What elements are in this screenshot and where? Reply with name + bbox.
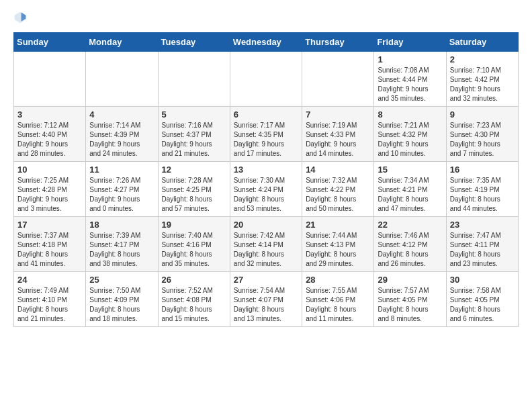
day-number: 17	[17, 220, 82, 230]
calendar-cell: 8Sunrise: 7:21 AM Sunset: 4:32 PM Daylig…	[374, 107, 446, 162]
calendar-week-5: 24Sunrise: 7:49 AM Sunset: 4:10 PM Dayli…	[14, 272, 519, 327]
day-info: Sunrise: 7:35 AM Sunset: 4:19 PM Dayligh…	[450, 176, 515, 214]
calendar-table: SundayMondayTuesdayWednesdayThursdayFrid…	[13, 32, 519, 327]
calendar-cell	[14, 52, 86, 107]
calendar-week-1: 1Sunrise: 7:08 AM Sunset: 4:44 PM Daylig…	[14, 52, 519, 107]
day-info: Sunrise: 7:32 AM Sunset: 4:22 PM Dayligh…	[306, 176, 370, 214]
calendar-cell: 4Sunrise: 7:14 AM Sunset: 4:39 PM Daylig…	[86, 107, 158, 162]
calendar-cell: 10Sunrise: 7:25 AM Sunset: 4:28 PM Dayli…	[14, 162, 86, 217]
day-info: Sunrise: 7:30 AM Sunset: 4:24 PM Dayligh…	[234, 176, 298, 214]
calendar-cell: 12Sunrise: 7:28 AM Sunset: 4:25 PM Dayli…	[158, 162, 230, 217]
day-info: Sunrise: 7:19 AM Sunset: 4:33 PM Dayligh…	[306, 121, 370, 158]
day-number: 11	[89, 165, 154, 175]
day-info: Sunrise: 7:16 AM Sunset: 4:37 PM Dayligh…	[162, 121, 226, 158]
day-info: Sunrise: 7:25 AM Sunset: 4:28 PM Dayligh…	[17, 176, 82, 214]
calendar-cell: 30Sunrise: 7:58 AM Sunset: 4:05 PM Dayli…	[446, 272, 518, 327]
calendar-cell	[302, 52, 374, 107]
day-info: Sunrise: 7:08 AM Sunset: 4:44 PM Dayligh…	[378, 66, 442, 103]
calendar-cell: 7Sunrise: 7:19 AM Sunset: 4:33 PM Daylig…	[302, 107, 374, 162]
weekday-header-saturday: Saturday	[446, 33, 518, 52]
day-info: Sunrise: 7:28 AM Sunset: 4:25 PM Dayligh…	[162, 176, 226, 214]
weekday-header-tuesday: Tuesday	[158, 33, 230, 52]
weekday-header-monday: Monday	[86, 33, 158, 52]
day-number: 26	[162, 275, 226, 285]
day-info: Sunrise: 7:58 AM Sunset: 4:05 PM Dayligh…	[450, 286, 515, 324]
day-number: 14	[306, 165, 370, 175]
calendar-cell: 2Sunrise: 7:10 AM Sunset: 4:42 PM Daylig…	[446, 52, 518, 107]
calendar-cell: 14Sunrise: 7:32 AM Sunset: 4:22 PM Dayli…	[302, 162, 374, 217]
calendar-cell: 24Sunrise: 7:49 AM Sunset: 4:10 PM Dayli…	[14, 272, 86, 327]
day-number: 16	[450, 165, 515, 175]
calendar-cell: 13Sunrise: 7:30 AM Sunset: 4:24 PM Dayli…	[230, 162, 302, 217]
calendar-cell: 27Sunrise: 7:54 AM Sunset: 4:07 PM Dayli…	[230, 272, 302, 327]
day-info: Sunrise: 7:52 AM Sunset: 4:08 PM Dayligh…	[162, 286, 226, 324]
day-info: Sunrise: 7:42 AM Sunset: 4:14 PM Dayligh…	[234, 231, 298, 269]
weekday-header-friday: Friday	[374, 33, 446, 52]
day-info: Sunrise: 7:55 AM Sunset: 4:06 PM Dayligh…	[306, 286, 370, 324]
day-number: 25	[89, 275, 154, 285]
calendar-cell	[86, 52, 158, 107]
day-info: Sunrise: 7:44 AM Sunset: 4:13 PM Dayligh…	[306, 231, 370, 269]
calendar-header-row: SundayMondayTuesdayWednesdayThursdayFrid…	[14, 33, 519, 52]
page-header	[13, 11, 519, 24]
calendar-cell: 22Sunrise: 7:46 AM Sunset: 4:12 PM Dayli…	[374, 217, 446, 272]
day-info: Sunrise: 7:47 AM Sunset: 4:11 PM Dayligh…	[450, 231, 515, 269]
calendar-cell: 5Sunrise: 7:16 AM Sunset: 4:37 PM Daylig…	[158, 107, 230, 162]
calendar-cell: 15Sunrise: 7:34 AM Sunset: 4:21 PM Dayli…	[374, 162, 446, 217]
day-info: Sunrise: 7:39 AM Sunset: 4:17 PM Dayligh…	[89, 231, 154, 269]
day-info: Sunrise: 7:10 AM Sunset: 4:42 PM Dayligh…	[450, 66, 515, 103]
day-info: Sunrise: 7:49 AM Sunset: 4:10 PM Dayligh…	[17, 286, 82, 324]
day-number: 9	[450, 109, 515, 120]
calendar-cell: 19Sunrise: 7:40 AM Sunset: 4:16 PM Dayli…	[158, 217, 230, 272]
day-info: Sunrise: 7:14 AM Sunset: 4:39 PM Dayligh…	[89, 121, 154, 158]
day-info: Sunrise: 7:26 AM Sunset: 4:27 PM Dayligh…	[89, 176, 154, 214]
day-info: Sunrise: 7:46 AM Sunset: 4:12 PM Dayligh…	[378, 231, 442, 269]
weekday-header-wednesday: Wednesday	[230, 33, 302, 52]
weekday-header-thursday: Thursday	[302, 33, 374, 52]
weekday-header-sunday: Sunday	[14, 33, 86, 52]
calendar-cell: 28Sunrise: 7:55 AM Sunset: 4:06 PM Dayli…	[302, 272, 374, 327]
day-info: Sunrise: 7:50 AM Sunset: 4:09 PM Dayligh…	[89, 286, 154, 324]
day-info: Sunrise: 7:23 AM Sunset: 4:30 PM Dayligh…	[450, 121, 515, 158]
day-info: Sunrise: 7:21 AM Sunset: 4:32 PM Dayligh…	[378, 121, 442, 158]
calendar-cell: 1Sunrise: 7:08 AM Sunset: 4:44 PM Daylig…	[374, 52, 446, 107]
calendar-cell	[230, 52, 302, 107]
day-number: 30	[450, 275, 515, 285]
day-info: Sunrise: 7:34 AM Sunset: 4:21 PM Dayligh…	[378, 176, 442, 214]
logo	[13, 11, 32, 24]
calendar-week-2: 3Sunrise: 7:12 AM Sunset: 4:40 PM Daylig…	[14, 107, 519, 162]
calendar-cell: 29Sunrise: 7:57 AM Sunset: 4:05 PM Dayli…	[374, 272, 446, 327]
calendar-cell: 16Sunrise: 7:35 AM Sunset: 4:19 PM Dayli…	[446, 162, 518, 217]
day-number: 7	[306, 109, 370, 120]
day-number: 6	[234, 109, 298, 120]
calendar-week-3: 10Sunrise: 7:25 AM Sunset: 4:28 PM Dayli…	[14, 162, 519, 217]
day-number: 10	[17, 165, 82, 175]
calendar-cell: 25Sunrise: 7:50 AM Sunset: 4:09 PM Dayli…	[86, 272, 158, 327]
calendar-week-4: 17Sunrise: 7:37 AM Sunset: 4:18 PM Dayli…	[14, 217, 519, 272]
calendar-cell: 6Sunrise: 7:17 AM Sunset: 4:35 PM Daylig…	[230, 107, 302, 162]
day-info: Sunrise: 7:54 AM Sunset: 4:07 PM Dayligh…	[234, 286, 298, 324]
logo-icon	[13, 11, 27, 24]
calendar-cell: 23Sunrise: 7:47 AM Sunset: 4:11 PM Dayli…	[446, 217, 518, 272]
calendar-cell: 9Sunrise: 7:23 AM Sunset: 4:30 PM Daylig…	[446, 107, 518, 162]
day-info: Sunrise: 7:40 AM Sunset: 4:16 PM Dayligh…	[162, 231, 226, 269]
day-number: 29	[378, 275, 442, 285]
day-number: 18	[89, 220, 154, 230]
day-number: 15	[378, 165, 442, 175]
day-number: 3	[17, 109, 82, 120]
day-number: 5	[162, 109, 226, 120]
day-number: 13	[234, 165, 298, 175]
day-number: 22	[378, 220, 442, 230]
calendar-cell	[158, 52, 230, 107]
day-number: 4	[89, 109, 154, 120]
day-info: Sunrise: 7:37 AM Sunset: 4:18 PM Dayligh…	[17, 231, 82, 269]
day-number: 21	[306, 220, 370, 230]
day-info: Sunrise: 7:12 AM Sunset: 4:40 PM Dayligh…	[17, 121, 82, 158]
calendar-cell: 18Sunrise: 7:39 AM Sunset: 4:17 PM Dayli…	[86, 217, 158, 272]
day-number: 19	[162, 220, 226, 230]
calendar-cell: 3Sunrise: 7:12 AM Sunset: 4:40 PM Daylig…	[14, 107, 86, 162]
day-number: 1	[378, 54, 442, 64]
day-number: 2	[450, 54, 515, 64]
day-number: 28	[306, 275, 370, 285]
calendar-cell: 11Sunrise: 7:26 AM Sunset: 4:27 PM Dayli…	[86, 162, 158, 217]
